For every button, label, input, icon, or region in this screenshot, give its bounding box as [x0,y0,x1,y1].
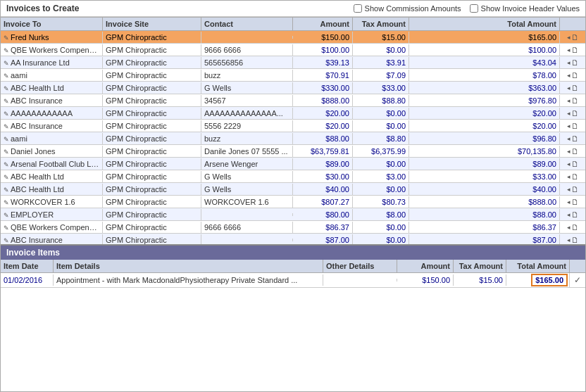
items-col-check [570,260,585,272]
arrow-left-icon[interactable]: ◂ [567,46,571,53]
invoice-action-icon[interactable]: 🗋 [571,58,579,67]
items-col-other: Other Details [323,260,397,272]
pencil-icon[interactable]: ✎ [4,34,9,42]
pencil-icon[interactable]: ✎ [4,60,9,67]
cell-invoice-site: GPM Chiropractic [103,234,201,246]
table-row[interactable]: ✎AA Insurance Ltd GPM Chiropractic 56565… [1,56,585,69]
invoice-action-icon[interactable]: 🗋 [571,109,579,118]
table-row[interactable]: ✎aami GPM Chiropractic buzz $70.91 $7.09… [1,69,585,82]
table-row[interactable]: ✎aami GPM Chiropractic buzz $88.00 $8.80… [1,132,585,145]
pencil-icon[interactable]: ✎ [4,72,9,80]
cell-actions[interactable]: ◂ 🗋 [560,158,585,170]
cell-actions[interactable]: ◂ 🗋 [560,196,585,208]
cell-actions[interactable]: ◂ 🗋 [560,209,585,220]
table-row[interactable]: ✎AAAAAAAAAAAA GPM Chiropractic AAAAAAAAA… [1,107,585,120]
pencil-icon[interactable]: ✎ [4,85,9,92]
arrow-left-icon[interactable]: ◂ [567,198,571,206]
invoice-action-icon[interactable]: 🗋 [571,84,579,92]
table-row[interactable]: ✎QBE Workers Compensation GPM Chiropract… [1,44,585,56]
pencil-icon[interactable]: ✎ [4,199,9,206]
cell-actions[interactable]: ◂ 🗋 [560,234,585,246]
pencil-icon[interactable]: ✎ [4,148,9,156]
pencil-icon[interactable]: ✎ [4,186,9,194]
cell-contact: G Wells [201,184,293,195]
table-row[interactable]: ✎Arsenal Football Club LLC GPM Chiroprac… [1,158,585,170]
arrow-left-icon[interactable]: ◂ [567,84,571,91]
invoice-action-icon[interactable]: 🗋 [571,71,579,80]
table-row[interactable]: ✎Daniel Jones GPM Chiropractic Danile Jo… [1,145,585,158]
cell-actions[interactable]: ◂ 🗋 [560,82,585,94]
table-row[interactable]: ✎Fred Nurks GPM Chiropractic $150.00 $15… [1,31,585,44]
show-commission-checkbox[interactable] [354,4,362,13]
cell-total: $40.00 [409,184,560,195]
pencil-icon[interactable]: ✎ [4,225,9,232]
arrow-left-icon[interactable]: ◂ [567,224,571,231]
pencil-icon[interactable]: ✎ [4,161,9,168]
table-row[interactable]: ✎QBE Workers Compensation GPM Chiropract… [1,221,585,234]
arrow-left-icon[interactable]: ◂ [567,110,571,117]
item-cell-check[interactable]: ✓ [570,274,585,286]
show-invoice-header-checkbox[interactable] [470,4,478,13]
cell-actions[interactable]: ◂ 🗋 [560,108,585,119]
table-row[interactable]: ✎ABC Health Ltd GPM Chiropractic G Wells… [1,82,585,94]
pencil-icon[interactable]: ✎ [4,47,9,54]
invoice-action-icon[interactable]: 🗋 [571,134,579,143]
arrow-left-icon[interactable]: ◂ [567,97,571,104]
invoice-action-icon[interactable]: 🗋 [571,147,579,156]
cell-actions[interactable]: ◂ 🗋 [560,70,585,81]
pencil-icon[interactable]: ✎ [4,98,9,105]
invoice-action-icon[interactable]: 🗋 [571,122,579,130]
arrow-left-icon[interactable]: ◂ [567,160,571,167]
arrow-left-icon[interactable]: ◂ [567,122,571,129]
arrow-left-icon[interactable]: ◂ [567,59,571,66]
table-row[interactable]: ✎WORKCOVER 1.6 GPM Chiropractic WORKCOVE… [1,196,585,208]
cell-tax: $3.91 [353,57,409,68]
pencil-icon[interactable]: ✎ [4,123,9,130]
arrow-left-icon[interactable]: ◂ [567,135,571,142]
pencil-icon[interactable]: ✎ [4,136,9,143]
invoice-action-icon[interactable]: 🗋 [571,96,579,105]
invoice-action-icon[interactable]: 🗋 [571,160,579,168]
cell-actions[interactable]: ◂ 🗋 [560,171,585,182]
arrow-left-icon[interactable]: ◂ [567,72,571,79]
cell-actions[interactable]: ◂ 🗋 [560,120,585,132]
arrow-left-icon[interactable]: ◂ [567,186,571,193]
invoice-action-icon[interactable]: 🗋 [571,223,579,232]
arrow-left-icon[interactable]: ◂ [567,236,571,244]
table-row[interactable]: ✎ABC Health Ltd GPM Chiropractic G Wells… [1,170,585,183]
table-row[interactable]: ✎ABC Insurance GPM Chiropractic 34567 $8… [1,94,585,107]
invoice-action-icon[interactable]: 🗋 [571,33,579,42]
table-row[interactable]: ✎ABC Insurance GPM Chiropractic $87.00 $… [1,234,585,246]
invoice-action-icon[interactable]: 🗋 [571,198,579,206]
cell-total: $87.00 [409,234,560,246]
table-row[interactable]: ✎ABC Health Ltd GPM Chiropractic G Wells… [1,183,585,196]
cell-actions[interactable]: ◂ 🗋 [560,32,585,43]
cell-actions[interactable]: ◂ 🗋 [560,44,585,56]
cell-actions[interactable]: ◂ 🗋 [560,222,585,233]
arrow-left-icon[interactable]: ◂ [567,148,571,155]
cell-actions[interactable]: ◂ 🗋 [560,57,585,68]
invoice-action-icon[interactable]: 🗋 [571,185,579,194]
cell-actions[interactable]: ◂ 🗋 [560,95,585,106]
invoice-action-icon[interactable]: 🗋 [571,236,579,244]
arrow-left-icon[interactable]: ◂ [567,34,571,41]
pencil-icon[interactable]: ✎ [4,212,9,219]
checkmark-icon[interactable]: ✓ [574,275,581,285]
cell-total: $976.80 [409,95,560,106]
cell-actions[interactable]: ◂ 🗋 [560,184,585,195]
arrow-left-icon[interactable]: ◂ [567,173,571,180]
pencil-icon[interactable]: ✎ [4,110,9,118]
cell-actions[interactable]: ◂ 🗋 [560,133,585,144]
pencil-icon[interactable]: ✎ [4,237,9,244]
item-row[interactable]: 01/02/2016 Appointment - with Mark Macdo… [1,273,585,288]
invoice-action-icon[interactable]: 🗋 [571,46,579,54]
invoice-action-icon[interactable]: 🗋 [571,210,579,219]
invoices-scroll-area[interactable]: ✎Fred Nurks GPM Chiropractic $150.00 $15… [1,31,585,246]
table-row[interactable]: ✎EMPLOYER GPM Chiropractic $80.00 $8.00 … [1,208,585,221]
cell-amount: $807.27 [293,196,353,208]
pencil-icon[interactable]: ✎ [4,174,9,181]
arrow-left-icon[interactable]: ◂ [567,211,571,218]
table-row[interactable]: ✎ABC Insurance GPM Chiropractic 5556 222… [1,120,585,132]
invoice-action-icon[interactable]: 🗋 [571,172,579,181]
cell-actions[interactable]: ◂ 🗋 [560,146,585,157]
